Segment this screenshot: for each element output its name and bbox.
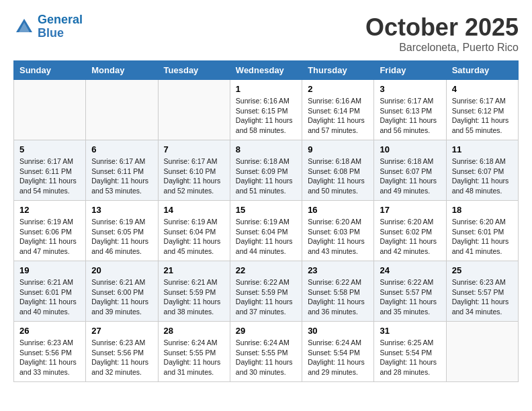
calendar-cell: 31Sunrise: 6:25 AMSunset: 5:54 PMDayligh…	[374, 322, 446, 382]
calendar-cell: 29Sunrise: 6:24 AMSunset: 5:55 PMDayligh…	[230, 322, 302, 382]
calendar-cell: 14Sunrise: 6:19 AMSunset: 6:04 PMDayligh…	[158, 201, 230, 261]
day-header-tuesday: Tuesday	[158, 61, 230, 80]
calendar-cell: 24Sunrise: 6:22 AMSunset: 5:57 PMDayligh…	[374, 261, 446, 322]
day-number: 29	[236, 326, 296, 336]
day-number: 6	[91, 144, 152, 154]
day-info: Sunrise: 6:17 AMSunset: 6:13 PMDaylight:…	[380, 96, 440, 136]
day-info: Sunrise: 6:24 AMSunset: 5:55 PMDaylight:…	[236, 338, 296, 377]
day-info: Sunrise: 6:24 AMSunset: 5:54 PMDaylight:…	[308, 338, 368, 377]
day-header-friday: Friday	[374, 61, 446, 80]
day-info: Sunrise: 6:18 AMSunset: 6:07 PMDaylight:…	[380, 156, 440, 196]
day-number: 12	[19, 205, 80, 215]
day-info: Sunrise: 6:20 AMSunset: 6:01 PMDaylight:…	[452, 217, 513, 257]
day-info: Sunrise: 6:17 AMSunset: 6:12 PMDaylight:…	[452, 96, 513, 136]
day-number: 28	[164, 326, 224, 336]
calendar-week-row: 1Sunrise: 6:16 AMSunset: 6:15 PMDaylight…	[14, 80, 519, 140]
day-info: Sunrise: 6:17 AMSunset: 6:11 PMDaylight:…	[91, 156, 152, 196]
calendar-cell: 2Sunrise: 6:16 AMSunset: 6:14 PMDaylight…	[302, 80, 374, 140]
day-info: Sunrise: 6:22 AMSunset: 5:59 PMDaylight:…	[236, 277, 296, 317]
day-info: Sunrise: 6:20 AMSunset: 6:02 PMDaylight:…	[380, 217, 440, 257]
day-info: Sunrise: 6:17 AMSunset: 6:11 PMDaylight:…	[19, 156, 80, 196]
calendar-header-row: SundayMondayTuesdayWednesdayThursdayFrid…	[14, 61, 519, 80]
calendar-week-row: 26Sunrise: 6:23 AMSunset: 5:56 PMDayligh…	[14, 322, 519, 382]
calendar-cell: 9Sunrise: 6:18 AMSunset: 6:08 PMDaylight…	[302, 140, 374, 201]
calendar-cell: 28Sunrise: 6:24 AMSunset: 5:55 PMDayligh…	[158, 322, 230, 382]
calendar-cell: 20Sunrise: 6:21 AMSunset: 6:00 PMDayligh…	[86, 261, 158, 322]
calendar-cell: 16Sunrise: 6:20 AMSunset: 6:03 PMDayligh…	[302, 201, 374, 261]
logo: General Blue	[13, 13, 83, 40]
day-number: 16	[308, 205, 368, 215]
day-header-wednesday: Wednesday	[230, 61, 302, 80]
calendar-cell	[14, 80, 86, 140]
calendar-cell: 11Sunrise: 6:18 AMSunset: 6:07 PMDayligh…	[446, 140, 518, 201]
calendar-cell: 3Sunrise: 6:17 AMSunset: 6:13 PMDaylight…	[374, 80, 446, 140]
day-header-saturday: Saturday	[446, 61, 518, 80]
day-number: 25	[452, 265, 513, 275]
day-header-monday: Monday	[86, 61, 158, 80]
calendar-cell	[158, 80, 230, 140]
day-number: 17	[380, 205, 440, 215]
day-number: 11	[452, 144, 513, 154]
day-info: Sunrise: 6:23 AMSunset: 5:57 PMDaylight:…	[452, 277, 513, 317]
day-info: Sunrise: 6:24 AMSunset: 5:55 PMDaylight:…	[164, 338, 224, 377]
calendar-cell: 10Sunrise: 6:18 AMSunset: 6:07 PMDayligh…	[374, 140, 446, 201]
logo-line1: General	[38, 13, 83, 26]
day-info: Sunrise: 6:22 AMSunset: 5:58 PMDaylight:…	[308, 277, 368, 317]
day-number: 14	[164, 205, 224, 215]
day-info: Sunrise: 6:17 AMSunset: 6:10 PMDaylight:…	[164, 156, 224, 196]
day-info: Sunrise: 6:18 AMSunset: 6:07 PMDaylight:…	[452, 156, 513, 196]
day-info: Sunrise: 6:21 AMSunset: 6:01 PMDaylight:…	[19, 277, 80, 317]
day-number: 2	[308, 84, 368, 94]
calendar-cell: 15Sunrise: 6:19 AMSunset: 6:04 PMDayligh…	[230, 201, 302, 261]
day-number: 20	[91, 265, 152, 275]
day-number: 1	[236, 84, 296, 94]
logo-text: General Blue	[38, 13, 83, 40]
calendar-cell: 25Sunrise: 6:23 AMSunset: 5:57 PMDayligh…	[446, 261, 518, 322]
day-info: Sunrise: 6:16 AMSunset: 6:14 PMDaylight:…	[308, 96, 368, 136]
day-number: 13	[91, 205, 152, 215]
calendar-cell: 6Sunrise: 6:17 AMSunset: 6:11 PMDaylight…	[86, 140, 158, 201]
title-area: October 2025 Barceloneta, Puerto Rico	[365, 13, 519, 54]
day-number: 3	[380, 84, 440, 94]
calendar-cell: 19Sunrise: 6:21 AMSunset: 6:01 PMDayligh…	[14, 261, 86, 322]
calendar-cell: 30Sunrise: 6:24 AMSunset: 5:54 PMDayligh…	[302, 322, 374, 382]
day-info: Sunrise: 6:22 AMSunset: 5:57 PMDaylight:…	[380, 277, 440, 317]
day-info: Sunrise: 6:16 AMSunset: 6:15 PMDaylight:…	[236, 96, 296, 136]
calendar-cell: 26Sunrise: 6:23 AMSunset: 5:56 PMDayligh…	[14, 322, 86, 382]
page-header: General Blue October 2025 Barceloneta, P…	[13, 13, 519, 54]
calendar-cell: 21Sunrise: 6:21 AMSunset: 5:59 PMDayligh…	[158, 261, 230, 322]
day-number: 5	[19, 144, 80, 154]
day-number: 21	[164, 265, 224, 275]
day-number: 31	[380, 326, 440, 336]
day-number: 24	[380, 265, 440, 275]
calendar-week-row: 12Sunrise: 6:19 AMSunset: 6:06 PMDayligh…	[14, 201, 519, 261]
calendar-cell: 23Sunrise: 6:22 AMSunset: 5:58 PMDayligh…	[302, 261, 374, 322]
calendar-cell: 22Sunrise: 6:22 AMSunset: 5:59 PMDayligh…	[230, 261, 302, 322]
calendar-cell: 7Sunrise: 6:17 AMSunset: 6:10 PMDaylight…	[158, 140, 230, 201]
calendar-cell: 12Sunrise: 6:19 AMSunset: 6:06 PMDayligh…	[14, 201, 86, 261]
day-info: Sunrise: 6:18 AMSunset: 6:09 PMDaylight:…	[236, 156, 296, 196]
calendar-cell: 5Sunrise: 6:17 AMSunset: 6:11 PMDaylight…	[14, 140, 86, 201]
day-number: 8	[236, 144, 296, 154]
day-info: Sunrise: 6:25 AMSunset: 5:54 PMDaylight:…	[380, 338, 440, 377]
day-number: 26	[19, 326, 80, 336]
day-number: 10	[380, 144, 440, 154]
day-number: 22	[236, 265, 296, 275]
location-subtitle: Barceloneta, Puerto Rico	[365, 42, 519, 54]
calendar-cell	[446, 322, 518, 382]
day-number: 30	[308, 326, 368, 336]
day-number: 7	[164, 144, 224, 154]
day-header-sunday: Sunday	[14, 61, 86, 80]
day-number: 23	[308, 265, 368, 275]
day-info: Sunrise: 6:23 AMSunset: 5:56 PMDaylight:…	[91, 338, 152, 377]
calendar-cell	[86, 80, 158, 140]
calendar-cell: 17Sunrise: 6:20 AMSunset: 6:02 PMDayligh…	[374, 201, 446, 261]
day-info: Sunrise: 6:20 AMSunset: 6:03 PMDaylight:…	[308, 217, 368, 257]
day-info: Sunrise: 6:21 AMSunset: 6:00 PMDaylight:…	[91, 277, 152, 317]
calendar-cell: 18Sunrise: 6:20 AMSunset: 6:01 PMDayligh…	[446, 201, 518, 261]
day-number: 9	[308, 144, 368, 154]
month-title: October 2025	[365, 13, 519, 42]
day-info: Sunrise: 6:19 AMSunset: 6:06 PMDaylight:…	[19, 217, 80, 257]
calendar-cell: 13Sunrise: 6:19 AMSunset: 6:05 PMDayligh…	[86, 201, 158, 261]
calendar-cell: 1Sunrise: 6:16 AMSunset: 6:15 PMDaylight…	[230, 80, 302, 140]
